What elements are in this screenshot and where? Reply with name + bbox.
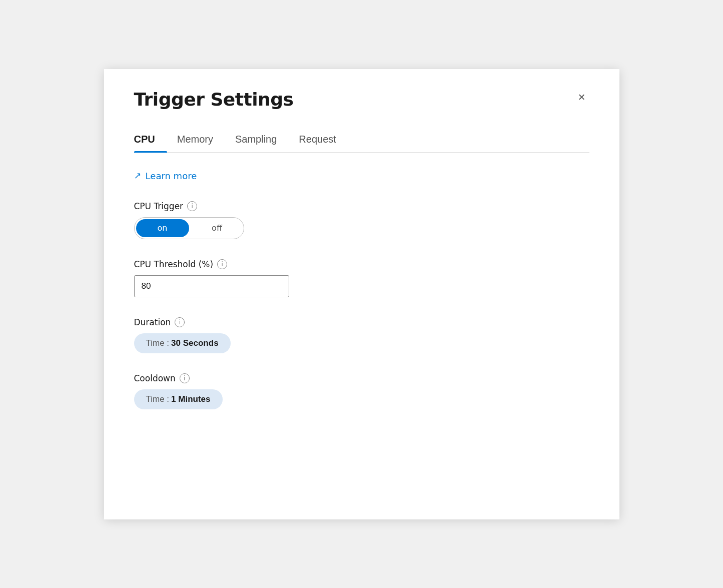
duration-info-icon[interactable]: i <box>175 317 185 327</box>
cpu-threshold-info-icon[interactable]: i <box>217 259 227 269</box>
tab-request[interactable]: Request <box>299 128 348 152</box>
cpu-trigger-toggle[interactable]: on off <box>134 217 244 239</box>
tabs-container: CPU Memory Sampling Request <box>134 128 589 153</box>
cooldown-info-icon[interactable]: i <box>180 373 190 383</box>
cpu-trigger-label-row: CPU Trigger i <box>134 201 589 211</box>
cpu-threshold-section: CPU Threshold (%) i <box>134 259 589 297</box>
tab-sampling[interactable]: Sampling <box>235 128 289 152</box>
toggle-off-option[interactable]: off <box>191 218 244 239</box>
cpu-threshold-input[interactable] <box>134 275 289 297</box>
cooldown-section: Cooldown i Time : 1 Minutes <box>134 373 589 409</box>
cooldown-value: 1 Minutes <box>171 394 210 404</box>
dialog-header: Trigger Settings × <box>134 89 589 110</box>
dialog-title: Trigger Settings <box>134 89 294 110</box>
duration-prefix: Time : <box>146 338 170 348</box>
duration-value: 30 Seconds <box>171 338 219 348</box>
cooldown-label-row: Cooldown i <box>134 373 589 383</box>
cpu-trigger-info-icon[interactable]: i <box>187 201 197 211</box>
cpu-threshold-label-row: CPU Threshold (%) i <box>134 259 589 269</box>
cooldown-pill[interactable]: Time : 1 Minutes <box>134 389 223 409</box>
learn-more-label: Learn more <box>146 171 197 181</box>
close-button[interactable]: × <box>574 89 589 105</box>
trigger-settings-dialog: Trigger Settings × CPU Memory Sampling R… <box>104 69 619 519</box>
tab-memory[interactable]: Memory <box>177 128 225 152</box>
tab-cpu[interactable]: CPU <box>134 128 167 152</box>
duration-label: Duration <box>134 317 171 327</box>
duration-section: Duration i Time : 30 Seconds <box>134 317 589 353</box>
cpu-threshold-label: CPU Threshold (%) <box>134 259 214 269</box>
cooldown-label: Cooldown <box>134 373 176 383</box>
toggle-on-option[interactable]: on <box>136 219 189 237</box>
external-link-icon: ↗ <box>134 171 142 180</box>
duration-pill[interactable]: Time : 30 Seconds <box>134 333 231 353</box>
cpu-trigger-label: CPU Trigger <box>134 201 184 211</box>
cpu-trigger-section: CPU Trigger i on off <box>134 201 589 239</box>
duration-label-row: Duration i <box>134 317 589 327</box>
learn-more-link[interactable]: ↗ Learn more <box>134 171 197 181</box>
cooldown-prefix: Time : <box>146 394 170 404</box>
